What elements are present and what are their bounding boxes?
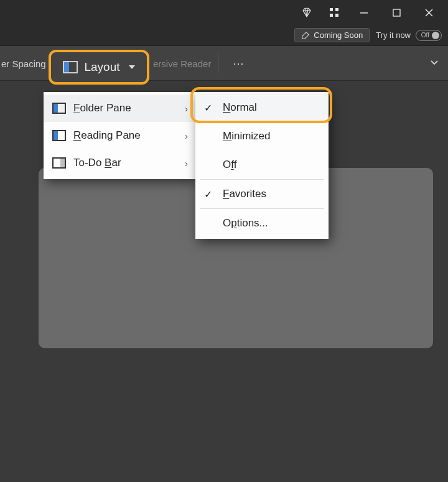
submenu-item-minimized[interactable]: Minimized xyxy=(195,122,329,151)
brush-icon xyxy=(301,31,310,40)
ribbon-separator xyxy=(218,54,218,73)
svg-rect-4 xyxy=(360,12,368,14)
menu-item-reading-pane[interactable]: Reading Pane › xyxy=(44,122,195,149)
toggle-knob xyxy=(432,32,439,39)
menu-label: Folder Pane xyxy=(73,102,131,114)
spacing-label: er Spacing xyxy=(1,58,46,69)
submenu-item-off[interactable]: Off xyxy=(195,151,329,179)
svg-rect-1 xyxy=(335,8,338,11)
menu-item-todo-bar[interactable]: To-Do Bar › xyxy=(44,149,195,177)
svg-rect-5 xyxy=(393,9,400,16)
svg-rect-3 xyxy=(335,14,338,17)
premium-diamond-icon[interactable] xyxy=(295,1,319,24)
menu-item-folder-pane[interactable]: Folder Pane › xyxy=(44,95,195,122)
folder-pane-icon xyxy=(52,103,66,114)
submenu-label: Minimized xyxy=(223,130,271,142)
title-bar xyxy=(0,0,448,25)
window-maximize-button[interactable] xyxy=(382,1,411,24)
window-close-button[interactable] xyxy=(414,1,443,24)
chevron-right-icon: › xyxy=(185,158,188,169)
submenu-label: Normal xyxy=(223,101,257,114)
ribbon-item-immersive-reader-truncated[interactable]: ersive Reader xyxy=(153,46,211,81)
more-dots-icon: ⋯ xyxy=(233,57,244,70)
layout-menu: Folder Pane › Reading Pane › To-Do Bar › xyxy=(44,92,195,179)
layout-icon xyxy=(63,61,78,73)
coming-soon-bar: Coming Soon Try it now Off xyxy=(0,25,448,46)
submenu-item-favorites[interactable]: ✓ Favorites xyxy=(195,180,329,208)
svg-rect-2 xyxy=(330,14,333,17)
check-icon: ✓ xyxy=(204,102,212,114)
ribbon-item-spacing-truncated[interactable]: er Spacing xyxy=(0,46,50,81)
chevron-down-icon xyxy=(129,65,135,69)
ribbon-more-button[interactable]: ⋯ xyxy=(224,46,253,81)
layout-label: Layout xyxy=(84,60,119,74)
ribbon-collapse-chevron-icon[interactable] xyxy=(429,57,439,70)
toggle-state-label: Off xyxy=(421,32,429,39)
menu-label: To-Do Bar xyxy=(73,157,121,169)
try-it-label: Try it now xyxy=(376,30,411,40)
todo-bar-icon xyxy=(52,157,66,169)
coming-soon-label: Coming Soon xyxy=(314,30,363,40)
chevron-right-icon: › xyxy=(185,131,188,141)
apps-grid-icon[interactable] xyxy=(322,1,346,24)
layout-button-highlight: Layout xyxy=(49,50,149,85)
window-minimize-button[interactable] xyxy=(350,1,378,24)
coming-soon-button[interactable]: Coming Soon xyxy=(294,28,370,42)
submenu-label: Favorites xyxy=(223,188,266,200)
submenu-label: Options... xyxy=(223,217,268,229)
folder-pane-submenu: ✓ Normal Minimized Off ✓ Favorites Optio… xyxy=(195,92,329,239)
chevron-right-icon: › xyxy=(185,103,188,114)
layout-dropdown-button[interactable]: Layout xyxy=(63,60,134,74)
submenu-item-options[interactable]: Options... xyxy=(195,209,329,238)
svg-rect-0 xyxy=(330,8,333,11)
reading-pane-icon xyxy=(52,130,66,141)
check-icon: ✓ xyxy=(204,188,212,200)
submenu-label: Off xyxy=(223,159,236,171)
reader-label: ersive Reader xyxy=(153,58,211,69)
submenu-item-normal[interactable]: ✓ Normal xyxy=(195,93,329,122)
menu-label: Reading Pane xyxy=(73,129,141,142)
try-it-toggle[interactable]: Off xyxy=(416,30,442,41)
try-it-now: Try it now Off xyxy=(376,30,442,41)
